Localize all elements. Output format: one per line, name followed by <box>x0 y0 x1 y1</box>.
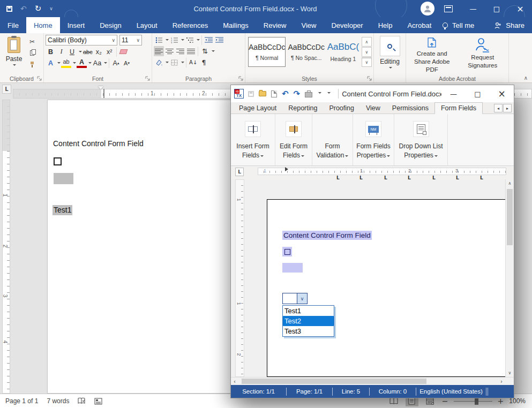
sort-button[interactable]: A↓ <box>188 57 198 67</box>
styles-scroll-down-icon[interactable]: ∨ <box>362 47 372 57</box>
align-right-button[interactable] <box>175 46 185 56</box>
underline-caret-icon[interactable] <box>79 51 82 54</box>
redo-icon[interactable]: ↻ <box>35 4 42 13</box>
tab-help[interactable]: Help <box>371 17 400 33</box>
minimize-button[interactable]: — <box>461 0 485 17</box>
create-share-pdf-button[interactable]: Create and Share Adobe PDF <box>408 35 456 74</box>
collapse-ribbon-icon[interactable]: ∧ <box>524 75 528 81</box>
list-item[interactable]: Test3 <box>283 326 334 336</box>
tab-selector-box[interactable]: L <box>235 168 244 176</box>
close-button[interactable]: × <box>508 0 532 17</box>
editing-button[interactable] <box>380 36 400 56</box>
print-icon[interactable] <box>305 92 312 97</box>
share-button[interactable]: Share <box>506 21 524 29</box>
tab-reporting[interactable]: Reporting <box>282 103 323 114</box>
macro-recording-icon[interactable] <box>94 398 102 405</box>
list-item[interactable]: Test1 <box>283 306 334 316</box>
font-name-combobox[interactable]: Calibri (Body)∨ <box>46 35 117 46</box>
close-button[interactable]: × <box>490 86 514 101</box>
font-dialog-launcher[interactable] <box>145 76 151 81</box>
undo-icon[interactable]: ↶ <box>282 89 289 99</box>
scroll-down-icon[interactable]: ∨ <box>506 369 514 377</box>
tell-me-box[interactable]: Tell me <box>452 21 490 29</box>
redo-icon[interactable]: ↷ <box>294 89 301 99</box>
show-paragraph-marks-button[interactable]: ¶ <box>199 57 209 67</box>
overlay-vertical-ruler[interactable]: 1 1 2 <box>235 179 244 377</box>
scroll-left-icon[interactable]: ‹ <box>231 377 238 385</box>
tab-form-fields[interactable]: Form Fields <box>434 102 483 114</box>
form-text-field[interactable] <box>54 173 73 184</box>
save-icon[interactable] <box>248 91 254 97</box>
bold-button[interactable]: B <box>46 47 56 57</box>
underline-button[interactable]: U <box>67 47 77 57</box>
form-text-field[interactable] <box>282 263 303 273</box>
overlay-horizontal-scrollbar[interactable]: ‹ › <box>231 377 514 385</box>
zoom-slider[interactable] <box>454 401 492 402</box>
justify-button[interactable] <box>186 46 196 56</box>
minimize-button[interactable]: — <box>441 86 466 101</box>
clear-formatting-button[interactable] <box>118 47 129 57</box>
vertical-ruler[interactable]: 1 2 3 4 <box>2 100 10 394</box>
subscript-button[interactable]: x₂ <box>94 47 104 57</box>
tab-design[interactable]: Design <box>92 17 129 33</box>
line-spacing-button[interactable]: ⇅ <box>200 46 210 56</box>
combobox-value[interactable] <box>282 293 297 304</box>
zoom-level[interactable]: 100% <box>509 397 526 405</box>
tab-review[interactable]: Review <box>256 17 294 33</box>
tab-insert[interactable]: Insert <box>60 17 93 33</box>
decrease-indent-button[interactable] <box>204 35 214 45</box>
form-validation-button[interactable]: Form Validation <box>312 114 353 165</box>
tab-mailings[interactable]: Mailings <box>215 17 256 33</box>
scrollbar-thumb[interactable] <box>507 189 513 245</box>
shading-button[interactable] <box>154 57 164 67</box>
undo-icon[interactable]: ↶ <box>20 4 27 13</box>
proofing-status-icon[interactable] <box>78 397 86 405</box>
tab-permissions[interactable]: Permissions <box>386 103 434 114</box>
font-size-combobox[interactable]: 11∨ <box>119 35 142 46</box>
tab-developer[interactable]: Developer <box>324 17 370 33</box>
word-count[interactable]: 7 words <box>47 397 69 405</box>
paragraph-dialog-launcher[interactable] <box>238 76 244 81</box>
page-indicator[interactable]: Page 1 of 1 <box>5 397 38 405</box>
scrollbar-thumb[interactable] <box>242 379 426 384</box>
overlay-horizontal-ruler[interactable]: 1 1 2 3 <box>258 168 506 175</box>
font-color-button[interactable]: A <box>77 58 87 68</box>
styles-dialog-launcher[interactable] <box>367 76 372 81</box>
maximize-button[interactable]: □ <box>466 86 490 101</box>
tab-scroll-left-icon[interactable]: ◂ <box>494 104 503 112</box>
tab-file[interactable]: File <box>0 17 26 33</box>
clipboard-dialog-launcher[interactable] <box>37 76 42 81</box>
tab-acrobat[interactable]: Acrobat <box>400 17 439 33</box>
save-icon[interactable] <box>6 6 12 12</box>
tab-references[interactable]: References <box>165 17 215 33</box>
borders-button[interactable] <box>169 57 179 67</box>
tab-proofing[interactable]: Proofing <box>323 103 360 114</box>
align-center-button[interactable] <box>164 46 175 56</box>
format-painter-button[interactable] <box>26 59 38 69</box>
multilevel-list-button[interactable] <box>185 35 195 45</box>
customize-qat-icon[interactable]: ∨ <box>49 6 53 11</box>
paste-button[interactable]: Paste <box>2 35 26 74</box>
increase-indent-button[interactable] <box>214 35 224 45</box>
highlight-button[interactable]: ab <box>61 58 71 68</box>
scroll-up-icon[interactable]: ∧ <box>506 179 514 187</box>
indent-marker[interactable] <box>285 167 290 171</box>
user-avatar[interactable] <box>421 2 434 16</box>
open-folder-icon[interactable] <box>259 91 266 96</box>
shrink-font-button[interactable]: A▾ <box>122 58 132 68</box>
toolbar-overflow-caret-icon[interactable] <box>327 92 331 95</box>
maximize-button[interactable]: □ <box>485 0 508 17</box>
form-checkbox[interactable] <box>54 157 62 165</box>
document-heading-text[interactable]: Content Control Form Field <box>53 139 144 148</box>
numbering-button[interactable]: 123 <box>169 35 179 45</box>
tab-layout[interactable]: Layout <box>129 17 165 33</box>
strikethrough-button[interactable]: abc <box>83 47 93 57</box>
print-caret-icon[interactable] <box>318 92 321 95</box>
scroll-right-icon[interactable]: › <box>498 377 505 385</box>
cut-button[interactable]: ✂ <box>26 37 38 47</box>
insert-form-fields-button[interactable]: Insert Form Fields <box>231 114 275 165</box>
change-case-button[interactable]: Aa <box>92 58 102 68</box>
ribbon-display-options-icon[interactable] <box>444 5 453 12</box>
copy-button[interactable] <box>26 48 38 58</box>
tab-home[interactable]: Home <box>26 17 60 33</box>
